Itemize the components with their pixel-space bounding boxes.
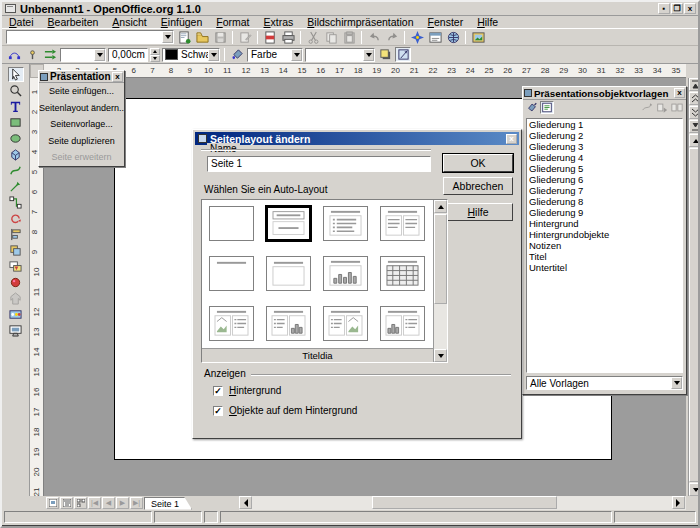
save-icon[interactable]: [212, 30, 228, 45]
style-list-item[interactable]: Untertitel: [527, 262, 682, 273]
presentation-icon[interactable]: [8, 323, 24, 338]
connector-icon[interactable]: [8, 195, 24, 210]
vertical-scrollbar[interactable]: [688, 78, 700, 496]
palette-command[interactable]: Seite duplizieren: [39, 133, 124, 150]
style-list-item[interactable]: Gliederung 8: [527, 196, 682, 207]
layout-title-only[interactable]: [209, 256, 254, 291]
palette-command[interactable]: Seitenvorlage...: [39, 116, 124, 133]
open-icon[interactable]: [194, 30, 210, 45]
help-button[interactable]: Hilfe: [443, 203, 513, 221]
first-slide-tab-button[interactable]: |◀: [88, 497, 101, 509]
fill-format-icon[interactable]: [525, 101, 539, 114]
layout-title-table[interactable]: [380, 256, 425, 291]
scrollbar-thumb[interactable]: [372, 496, 557, 509]
palette-title-bar[interactable]: Präsentation x: [39, 71, 124, 83]
layout-title-text-chart[interactable]: [266, 306, 311, 341]
chevron-down-icon[interactable]: [94, 49, 105, 61]
arrow-style-icon[interactable]: [42, 47, 58, 62]
scroll-down-icon[interactable]: [434, 349, 447, 362]
layout-title-content[interactable]: [323, 206, 368, 241]
rectangle-icon[interactable]: [8, 115, 24, 130]
line-width-field[interactable]: 0,00cm: [108, 48, 148, 62]
previous-slide-tab-button[interactable]: ◀: [102, 497, 115, 509]
spin-up-icon[interactable]: [150, 48, 160, 55]
line-color-combobox[interactable]: Schwarz: [162, 48, 220, 62]
export-pdf-icon[interactable]: [262, 30, 278, 45]
style-list-item[interactable]: Gliederung 1: [527, 119, 682, 130]
hyperlink-icon[interactable]: [445, 30, 461, 45]
zoom-icon[interactable]: [8, 83, 24, 98]
line-width-stepper[interactable]: [150, 48, 160, 62]
layout-title-frame[interactable]: [266, 256, 311, 291]
spin-down-icon[interactable]: [150, 55, 160, 62]
text-icon[interactable]: [8, 99, 24, 114]
chevron-down-icon[interactable]: [671, 377, 682, 389]
lines-arrows-icon[interactable]: [8, 179, 24, 194]
insert-icon[interactable]: [8, 259, 24, 274]
layout-scrollbar[interactable]: [433, 200, 447, 362]
scroll-right-icon[interactable]: [672, 496, 685, 509]
style-list-item[interactable]: Gliederung 6: [527, 174, 682, 185]
next-page-button[interactable]: [689, 106, 700, 119]
close-icon[interactable]: x: [506, 134, 517, 144]
edit-points-icon[interactable]: [6, 47, 22, 62]
style-list-item[interactable]: Hintergrundobjekte: [527, 229, 682, 240]
close-button[interactable]: x: [684, 3, 696, 14]
copy-icon[interactable]: [323, 30, 339, 45]
new-style-icon[interactable]: [640, 101, 654, 114]
line-style-combobox[interactable]: [60, 48, 106, 62]
restore-button[interactable]: ❐: [671, 3, 683, 14]
first-page-button[interactable]: [689, 78, 700, 91]
layout-title-chart[interactable]: [323, 256, 368, 291]
menu-item[interactable]: Format: [209, 16, 256, 28]
interaction-icon[interactable]: [8, 291, 24, 306]
style-list-item[interactable]: Gliederung 3: [527, 141, 682, 152]
3d-objects-icon[interactable]: [8, 147, 24, 162]
menu-item[interactable]: Hilfe: [470, 16, 505, 28]
shadow-icon[interactable]: [377, 47, 393, 62]
background-checkbox[interactable]: ✓: [213, 386, 223, 396]
print-icon[interactable]: [280, 30, 296, 45]
alignment-icon[interactable]: [8, 227, 24, 242]
fill-type-combobox[interactable]: Farbe: [247, 48, 303, 62]
fill-color-combobox[interactable]: [305, 48, 375, 62]
style-list-item[interactable]: Gliederung 9: [527, 207, 682, 218]
menu-item[interactable]: Bildschirmpräsentation: [300, 16, 420, 28]
scrollbar-thumb[interactable]: [434, 214, 447, 304]
curve-icon[interactable]: [8, 163, 24, 178]
new-document-icon[interactable]: [176, 30, 192, 45]
view-slides-button[interactable]: [74, 497, 87, 509]
redo-icon[interactable]: [384, 30, 400, 45]
animation-icon[interactable]: [8, 307, 24, 322]
scrollbar-thumb[interactable]: [689, 148, 700, 482]
chevron-down-icon[interactable]: [208, 49, 219, 61]
last-slide-tab-button[interactable]: ▶|: [130, 497, 143, 509]
rotate-icon[interactable]: [8, 211, 24, 226]
style-filter-combobox[interactable]: Alle Vorlagen: [526, 376, 683, 390]
close-icon[interactable]: x: [674, 88, 685, 98]
navigator-icon[interactable]: [409, 30, 425, 45]
menu-item[interactable]: Datei: [2, 16, 41, 28]
scroll-up-icon[interactable]: [689, 134, 700, 147]
scroll-left-icon[interactable]: [239, 496, 252, 509]
select-icon[interactable]: [8, 67, 24, 82]
rotation-mode-icon[interactable]: [395, 47, 411, 62]
previous-page-button[interactable]: [689, 92, 700, 105]
menu-item[interactable]: Einfügen: [154, 16, 209, 28]
layout-title-two-content[interactable]: [380, 206, 425, 241]
load-styles-icon[interactable]: [670, 101, 684, 114]
chevron-down-icon[interactable]: [162, 31, 173, 43]
edit-file-icon[interactable]: [237, 30, 253, 45]
cut-icon[interactable]: [305, 30, 321, 45]
stylist-title-bar[interactable]: Präsentationsobjektvorlagen x: [523, 87, 686, 100]
background-objects-checkbox[interactable]: ✓: [213, 406, 223, 416]
style-list-item[interactable]: Titel: [527, 251, 682, 262]
view-outline-button[interactable]: [60, 497, 73, 509]
stylist-icon[interactable]: [427, 30, 443, 45]
horizontal-scrollbar[interactable]: [239, 496, 686, 510]
dialog-title-bar[interactable]: Seitenlayout ändern x: [195, 132, 519, 145]
style-list-item[interactable]: Gliederung 4: [527, 152, 682, 163]
style-list-item[interactable]: Gliederung 5: [527, 163, 682, 174]
chevron-down-icon[interactable]: [291, 49, 302, 61]
effects-icon[interactable]: [8, 275, 24, 290]
